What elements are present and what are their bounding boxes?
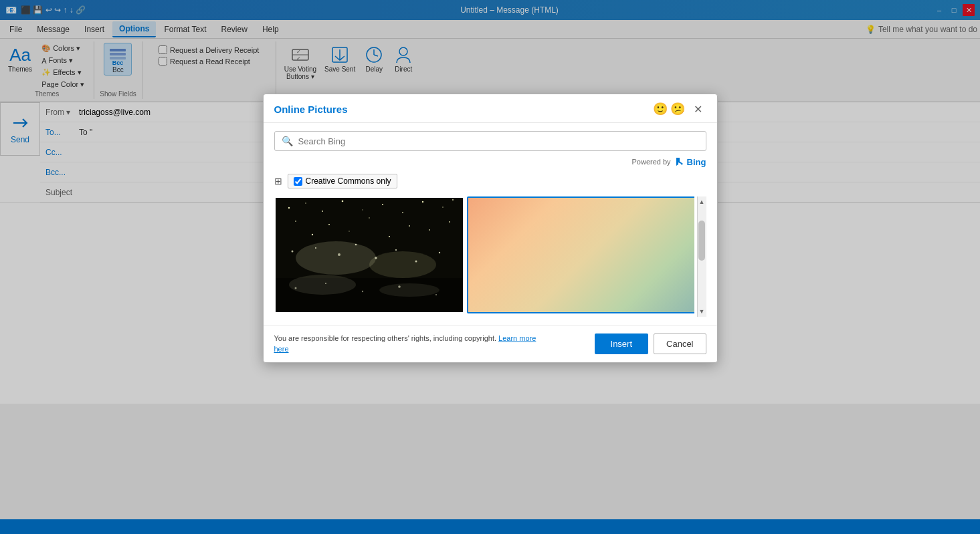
svg-point-50 bbox=[398, 285, 401, 288]
svg-point-43 bbox=[438, 252, 439, 253]
svg-point-22 bbox=[421, 201, 423, 203]
filter-icon[interactable]: ⊞ bbox=[274, 176, 282, 186]
image-grid: ▲ ▼ bbox=[274, 196, 706, 317]
scroll-up-btn[interactable]: ▲ bbox=[698, 196, 706, 207]
svg-point-42 bbox=[415, 261, 417, 263]
svg-point-24 bbox=[452, 199, 454, 201]
online-pictures-dialog: Online Pictures 🙂 😕 ✕ 🔍 Powered by bbox=[263, 94, 718, 363]
dialog-titlebar: Online Pictures 🙂 😕 ✕ bbox=[264, 94, 717, 123]
cc-only-input[interactable] bbox=[294, 177, 302, 186]
svg-point-25 bbox=[295, 221, 296, 222]
svg-point-31 bbox=[349, 231, 349, 231]
dialog-title: Online Pictures bbox=[274, 104, 348, 115]
scroll-down-btn[interactable]: ▼ bbox=[698, 306, 706, 317]
insert-button[interactable]: Insert bbox=[595, 333, 649, 354]
dialog-overlay: Online Pictures 🙂 😕 ✕ 🔍 Powered by bbox=[0, 0, 980, 534]
svg-point-33 bbox=[429, 229, 430, 231]
svg-point-49 bbox=[361, 291, 363, 292]
svg-point-29 bbox=[449, 221, 450, 223]
filter-bar: ⊞ Creative Commons only bbox=[274, 174, 706, 188]
search-bar: 🔍 bbox=[274, 131, 706, 151]
dialog-footer: You are responsible for respecting other… bbox=[264, 325, 717, 362]
cancel-button[interactable]: Cancel bbox=[654, 333, 706, 354]
svg-point-48 bbox=[325, 283, 326, 284]
svg-point-20 bbox=[381, 204, 383, 205]
bing-logo-icon bbox=[674, 156, 684, 167]
dialog-body: 🔍 Powered by Bing ⊞ Creative Commons onl… bbox=[264, 123, 717, 325]
svg-point-41 bbox=[395, 249, 396, 251]
svg-point-40 bbox=[375, 257, 377, 259]
scroll-thumb[interactable] bbox=[698, 221, 705, 261]
svg-point-39 bbox=[355, 244, 357, 246]
search-input[interactable] bbox=[298, 136, 699, 146]
svg-point-30 bbox=[311, 234, 312, 235]
vertical-scrollbar[interactable]: ▲ ▼ bbox=[697, 196, 706, 317]
svg-point-37 bbox=[315, 247, 316, 249]
svg-point-36 bbox=[291, 251, 293, 253]
footer-buttons: Insert Cancel bbox=[595, 333, 706, 354]
svg-point-34 bbox=[296, 241, 376, 275]
svg-point-51 bbox=[435, 294, 437, 295]
dialog-close-btn[interactable]: ✕ bbox=[690, 101, 706, 117]
svg-point-28 bbox=[409, 225, 410, 227]
svg-point-18 bbox=[341, 201, 343, 203]
svg-point-35 bbox=[369, 251, 436, 278]
footer-disclaimer: You are responsible for respecting other… bbox=[274, 333, 542, 354]
stars-svg bbox=[276, 198, 463, 313]
powered-by: Powered by Bing bbox=[274, 156, 706, 167]
svg-point-46 bbox=[379, 283, 439, 297]
svg-point-19 bbox=[362, 209, 363, 210]
image-item-2[interactable] bbox=[467, 196, 694, 313]
svg-point-38 bbox=[338, 253, 340, 256]
dialog-title-actions: 🙂 😕 ✕ bbox=[653, 101, 706, 117]
cc-only-label: Creative Commons only bbox=[306, 176, 391, 186]
svg-point-47 bbox=[294, 287, 296, 289]
image-item-1[interactable] bbox=[274, 196, 464, 313]
svg-point-17 bbox=[322, 211, 323, 212]
dark-image bbox=[276, 198, 463, 313]
svg-point-32 bbox=[388, 236, 389, 237]
svg-point-16 bbox=[305, 203, 306, 204]
svg-point-26 bbox=[328, 224, 329, 225]
happy-emoji-btn[interactable]: 🙂 bbox=[653, 102, 668, 116]
footer-text-content: You are responsible for respecting other… bbox=[274, 334, 497, 342]
gradient-image bbox=[468, 198, 694, 313]
emoji-buttons: 🙂 😕 bbox=[653, 102, 685, 116]
svg-point-23 bbox=[442, 207, 444, 208]
cc-only-checkbox[interactable]: Creative Commons only bbox=[288, 174, 397, 188]
sad-emoji-btn[interactable]: 😕 bbox=[670, 102, 685, 116]
svg-point-45 bbox=[289, 275, 356, 295]
search-icon: 🔍 bbox=[282, 136, 293, 146]
svg-point-15 bbox=[288, 207, 289, 209]
svg-point-21 bbox=[402, 212, 403, 213]
image-grid-scroll bbox=[274, 196, 694, 317]
bing-text: Bing bbox=[687, 157, 706, 167]
svg-point-27 bbox=[369, 217, 370, 219]
powered-by-text: Powered by bbox=[632, 158, 671, 166]
